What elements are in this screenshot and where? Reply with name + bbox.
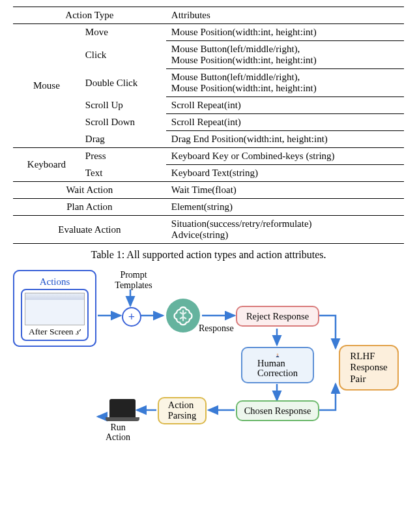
action-table: Action Type Attributes Mouse Move Mouse … (13, 7, 404, 244)
cell-attrs: Situation(success/retry/reformulate) Adv… (166, 216, 404, 244)
chatgpt-icon (166, 299, 200, 332)
cell-action: Click (80, 41, 166, 69)
human-correction-box: Human Correction (241, 347, 314, 383)
cell-action: Move (80, 24, 166, 41)
combine-icon: + (122, 307, 141, 327)
human-label: Human Correction (257, 359, 298, 378)
group-keyboard: Keyboard (13, 148, 80, 182)
laptop-icon (109, 399, 136, 417)
after-label: After Screen (29, 327, 74, 336)
actions-box: Actions After Screen 𝑠′ (13, 270, 96, 347)
cell-attrs: Scroll Repeat(int) (166, 114, 404, 131)
table-caption: Table 1: All supported action types and … (13, 249, 404, 261)
rlhf-box: RLHF Response Pair (339, 345, 399, 391)
cell-action: Text (80, 165, 166, 182)
run-action-label: Run Action (106, 423, 130, 442)
svg-point-9 (277, 353, 279, 355)
prompt-templates-label: Prompt Templates (111, 270, 156, 291)
after-sym: 𝑠′ (76, 327, 81, 336)
response-label: Response (199, 323, 234, 334)
chosen-response-box: Chosen Response (236, 400, 319, 421)
group-mouse: Mouse (13, 24, 80, 148)
cell-attrs: Mouse Button(left/middle/right), Mouse P… (166, 69, 404, 97)
rlhf-label: RLHF Response Pair (350, 351, 388, 385)
col-header-action: Action Type (13, 7, 166, 24)
cell-attrs: Drag End Position(width:int, height:int) (166, 131, 404, 148)
cell-attrs: Scroll Repeat(int) (166, 97, 404, 114)
cell-attrs: Keyboard Text(string) (166, 165, 404, 182)
group-evaluate: Evaluate Action (13, 216, 166, 244)
reject-label: Reject Response (246, 311, 309, 322)
after-screenshot-icon (25, 293, 85, 325)
pipeline-diagram: Task Before Screen 𝑠 Actions After Scree… (13, 270, 404, 479)
actions-title: Actions (40, 276, 70, 288)
cell-action: Drag (80, 131, 166, 148)
cell-action: Scroll Up (80, 97, 166, 114)
col-header-attrs: Attributes (166, 7, 404, 24)
cell-attrs: Mouse Button(left/middle/right), Mouse P… (166, 41, 404, 69)
cell-action: Scroll Down (80, 114, 166, 131)
cell-attrs: Keyboard Key or Combined-keys (string) (166, 148, 404, 165)
cell-action: Double Click (80, 69, 166, 97)
cell-action: Press (80, 148, 166, 165)
reject-response-box: Reject Response (236, 306, 319, 327)
cell-attrs: Mouse Position(width:int, height:int) (166, 24, 404, 41)
parsing-label: Action Parsing (168, 400, 197, 421)
svg-rect-10 (277, 355, 278, 355)
cell-attrs: Wait Time(float) (166, 182, 404, 199)
cell-attrs: Element(string) (166, 199, 404, 216)
group-wait: Wait Action (13, 182, 166, 199)
group-plan: Plan Action (13, 199, 166, 216)
action-parsing-box: Action Parsing (158, 397, 207, 424)
chosen-label: Chosen Response (244, 406, 311, 417)
